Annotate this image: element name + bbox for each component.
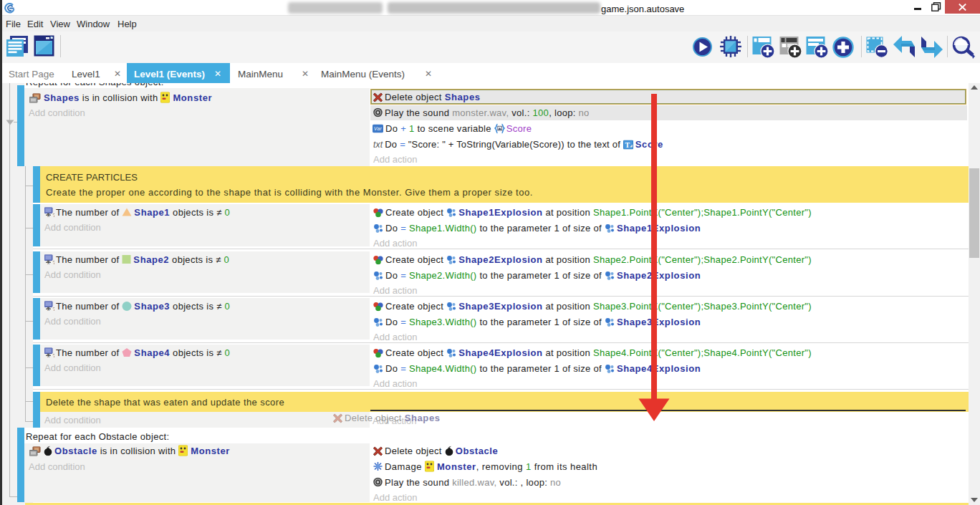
svg-text:Var: Var [374,126,382,131]
svg-text:x: x [47,213,50,218]
svg-text:?: ? [53,352,55,357]
svg-text:x: x [47,307,50,312]
svg-text:?: ? [53,259,55,264]
svg-text:x: x [47,260,50,265]
svg-text:?: ? [53,305,55,311]
svg-text:T: T [625,141,630,149]
svg-text:x: x [47,353,50,358]
svg-text:?: ? [53,212,55,218]
